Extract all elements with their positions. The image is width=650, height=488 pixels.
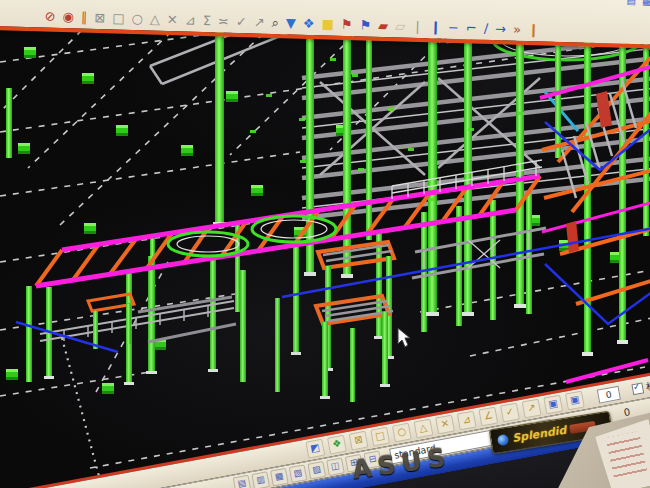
ibar-icon[interactable]: ❙ <box>528 20 539 40</box>
snap-depth-icon[interactable]: ▣ <box>565 391 585 411</box>
erase-icon[interactable]: ✕ <box>167 10 178 30</box>
gray-purlins <box>302 38 650 218</box>
sum-icon[interactable]: Σ <box>202 11 211 31</box>
pointer-arrow-icon[interactable]: ↗ <box>254 12 265 32</box>
angle-icon[interactable]: ⊿ <box>185 11 196 31</box>
view-plane-icon[interactable]: ◩ <box>305 439 325 459</box>
mouse-cursor <box>398 328 410 347</box>
view-diag-icon[interactable]: ▧ <box>289 464 308 483</box>
select-filter-icon[interactable]: ⊠ <box>94 8 105 28</box>
fast-forward-icon[interactable]: » <box>513 20 522 40</box>
snap-corner-icon[interactable]: ⊿ <box>457 411 477 431</box>
snap-arrow-icon[interactable]: ↗ <box>522 399 542 419</box>
phase-icon[interactable]: ⊘ <box>44 7 55 27</box>
low-left-structure <box>40 294 236 349</box>
view-grid-icon[interactable]: ▦ <box>270 467 289 486</box>
ucs-icon[interactable]: ❖ <box>327 435 347 455</box>
sticker-text: Splendid <box>511 424 567 445</box>
find-icon[interactable]: ⌕ <box>271 13 279 33</box>
monitor-photo: 3 7 6 8 0 1 E ▤▦▧+ ⊘◉∥⊠□○△✕⊿Σ≍✓↗⌕▼❖■⚑⚑▰▱… <box>0 0 650 488</box>
snap-circle-icon[interactable]: ○ <box>392 423 412 443</box>
polybeam-icon[interactable]: ⌐ <box>466 18 477 38</box>
snap-square-icon[interactable]: □ <box>370 427 390 447</box>
cut-lines-icon[interactable]: ∥ <box>81 8 88 28</box>
slash-beam-icon[interactable]: ∕ <box>483 19 488 39</box>
create-circle-icon[interactable]: ○ <box>131 9 143 29</box>
spray-icon[interactable]: ❖ <box>303 14 315 34</box>
snap-cross-icon[interactable]: ✕ <box>435 415 455 435</box>
view-hatch-icon[interactable]: ▨ <box>307 460 326 479</box>
view-cols-icon[interactable]: ▥ <box>251 471 270 488</box>
checkbox-icon <box>631 382 644 395</box>
top-mini-toolbar: ▤▦▧+ <box>626 0 650 12</box>
snap-check-icon[interactable]: ✓ <box>500 403 520 423</box>
toolbar-separator[interactable]: ❘ <box>412 17 423 37</box>
create-triangle-icon[interactable]: △ <box>150 10 161 30</box>
snap-mode-icon[interactable]: ▣ <box>543 395 563 415</box>
paper-text-marks <box>606 431 648 481</box>
pin-blue-icon[interactable]: ⚑ <box>359 15 371 35</box>
snap-triangle-icon[interactable]: △ <box>414 419 434 439</box>
dash-icon[interactable]: − <box>448 18 459 38</box>
filter-icon[interactable]: ▼ <box>286 13 297 33</box>
snap-depth-field[interactable]: 0 <box>597 385 621 403</box>
marker-red-icon[interactable]: ▰ <box>378 16 389 36</box>
pin-red-icon[interactable]: ⚑ <box>341 15 353 35</box>
blue-braces <box>16 228 650 352</box>
create-rect-icon[interactable]: □ <box>112 8 125 28</box>
weld-icon[interactable]: ◉ <box>62 7 74 27</box>
arrow-beam-icon[interactable]: → <box>495 19 506 39</box>
snap-rect-icon[interactable]: ⊠ <box>349 431 369 451</box>
note-icon[interactable]: ■ <box>321 14 334 34</box>
splendid-orb-icon <box>497 434 510 447</box>
check-icon[interactable]: ✓ <box>236 12 247 32</box>
view-list-icon[interactable]: ▤ <box>233 474 252 488</box>
beam-icon[interactable]: ❙ <box>430 17 441 37</box>
status-depth: 0 <box>623 406 631 418</box>
marker-ghost-icon[interactable]: ▱ <box>395 16 406 36</box>
level-icon[interactable]: ≍ <box>218 11 229 31</box>
snap-angle-icon[interactable]: ∠ <box>478 407 498 427</box>
view-split-icon[interactable]: ◫ <box>326 457 345 476</box>
window-tile-icon[interactable]: ▦ <box>642 0 650 12</box>
window-grid-icon[interactable]: ▤ <box>626 0 636 11</box>
